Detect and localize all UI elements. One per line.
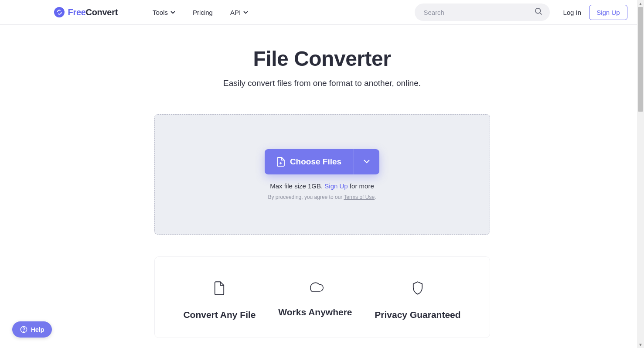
- header: FreeConvert Tools Pricing API: [0, 0, 644, 25]
- scrollbar[interactable]: ▲ ▼: [637, 0, 644, 338]
- page-title: File Converter: [17, 47, 627, 71]
- help-label: Help: [31, 326, 44, 333]
- nav-pricing[interactable]: Pricing: [193, 9, 213, 16]
- feature-convert: Convert Any File: [183, 281, 256, 320]
- svg-point-0: [535, 8, 541, 14]
- chevron-down-icon: [170, 11, 175, 14]
- choose-files-button[interactable]: Choose Files: [265, 149, 354, 174]
- search-wrap: [415, 3, 550, 21]
- scroll-thumb[interactable]: [638, 7, 643, 112]
- feature-title: Convert Any File: [183, 310, 256, 320]
- chevron-down-icon: [243, 11, 248, 14]
- file-plus-icon: [277, 157, 285, 167]
- dropzone[interactable]: Choose Files Max file size 1GB. Sign Up …: [154, 114, 490, 235]
- help-icon: [20, 326, 27, 333]
- page-subtitle: Easily convert files from one format to …: [17, 78, 627, 88]
- terms-link[interactable]: Terms of Use: [344, 194, 375, 200]
- feature-title: Privacy Guaranteed: [375, 310, 460, 320]
- logo-text: FreeConvert: [68, 7, 118, 17]
- signup-button[interactable]: Sign Up: [589, 5, 627, 20]
- header-inner: FreeConvert Tools Pricing API: [17, 3, 627, 21]
- logo[interactable]: FreeConvert: [54, 7, 118, 17]
- features-card: Convert Any File Works Anywhere Privacy …: [154, 256, 490, 338]
- chevron-down-icon: [364, 160, 370, 164]
- svg-point-5: [24, 331, 24, 331]
- logo-icon: [54, 7, 65, 17]
- nav: Tools Pricing API: [153, 9, 248, 16]
- choose-files-wrap: Choose Files: [265, 149, 379, 174]
- max-file-text: Max file size 1GB. Sign Up for more: [270, 182, 374, 190]
- nav-tools[interactable]: Tools: [153, 9, 175, 16]
- scroll-up-arrow[interactable]: ▲: [637, 0, 644, 7]
- feature-privacy: Privacy Guaranteed: [375, 281, 460, 320]
- help-widget[interactable]: Help: [12, 321, 52, 338]
- file-icon: [213, 281, 225, 297]
- svg-line-1: [540, 13, 542, 14]
- login-link[interactable]: Log In: [563, 9, 581, 16]
- search-icon[interactable]: [534, 7, 543, 17]
- terms-text: By proceeding, you agree to our Terms of…: [268, 194, 376, 200]
- search-input[interactable]: [415, 3, 550, 21]
- feature-title: Works Anywhere: [278, 307, 352, 317]
- cloud-icon: [307, 281, 324, 295]
- auth-links: Log In Sign Up: [563, 5, 627, 20]
- nav-api[interactable]: API: [230, 9, 248, 16]
- choose-files-dropdown[interactable]: [354, 149, 379, 174]
- nav-tools-label: Tools: [153, 9, 168, 16]
- nav-pricing-label: Pricing: [193, 9, 213, 16]
- max-signup-link[interactable]: Sign Up: [324, 182, 348, 190]
- shield-icon: [412, 281, 424, 297]
- feature-anywhere: Works Anywhere: [278, 281, 352, 320]
- main: File Converter Easily convert files from…: [17, 25, 627, 338]
- choose-files-label: Choose Files: [290, 157, 341, 167]
- nav-api-label: API: [230, 9, 241, 16]
